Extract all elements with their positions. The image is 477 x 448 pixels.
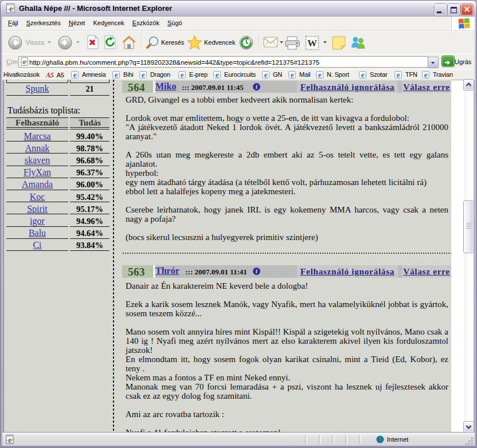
svg-text:e: e — [264, 71, 268, 78]
svg-text:e: e — [361, 71, 365, 78]
svg-text:e: e — [291, 71, 294, 78]
svg-text:e: e — [424, 71, 428, 78]
svg-text:e: e — [397, 71, 400, 78]
svg-text:e: e — [9, 5, 13, 13]
svg-text:e: e — [181, 71, 184, 78]
svg-text:e: e — [318, 71, 322, 78]
svg-text:e: e — [23, 57, 26, 66]
svg-text:W: W — [307, 38, 317, 49]
svg-text:e: e — [216, 71, 219, 78]
svg-text:e: e — [115, 71, 118, 78]
svg-text:e: e — [142, 71, 145, 78]
svg-text:e: e — [73, 71, 77, 78]
